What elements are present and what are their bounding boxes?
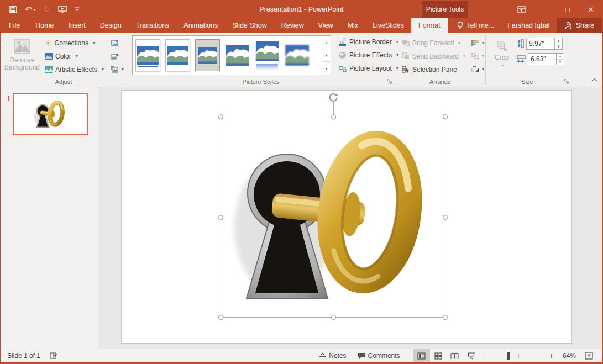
tab-mix[interactable]: Mix xyxy=(340,18,365,33)
tab-animations[interactable]: Animations xyxy=(176,18,225,33)
minimize-button[interactable]: — xyxy=(533,1,556,18)
artistic-effects-button[interactable]: Artistic Effects ▾ xyxy=(43,63,106,76)
comments-button[interactable]: Comments xyxy=(352,349,406,362)
picture-style-thumbnail-1[interactable] xyxy=(135,39,160,71)
tab-review[interactable]: Review xyxy=(274,18,311,33)
color-button[interactable]: Color ▾ xyxy=(43,50,106,62)
tell-me-label: Tell me... xyxy=(466,22,494,29)
tab-format[interactable]: Format xyxy=(411,18,448,33)
resize-handle-top-center[interactable] xyxy=(331,114,336,119)
tab-file[interactable]: File xyxy=(1,18,28,33)
picture-tools-context-header: Picture Tools xyxy=(422,1,468,18)
zoom-in-button[interactable]: + xyxy=(549,351,554,360)
align-dropdown-icon[interactable]: ▾ xyxy=(482,40,484,45)
title-bar: ↶▾ ↻ Presentation1 - PowerPoint Picture … xyxy=(1,1,602,18)
height-input[interactable] xyxy=(527,38,554,49)
tabrow-right-cluster: Tell me... Farshad Iqbal Share xyxy=(450,18,602,33)
picture-layout-icon xyxy=(338,65,347,72)
selection-pane-icon xyxy=(402,66,410,73)
send-backward-label: Send Backward xyxy=(412,52,459,60)
height-up-button[interactable]: ▲ xyxy=(555,38,562,44)
zoom-slider-handle[interactable] xyxy=(507,352,510,360)
width-up-button[interactable]: ▲ xyxy=(557,54,564,60)
picture-border-label: Picture Border xyxy=(349,38,392,46)
save-icon[interactable] xyxy=(9,6,17,13)
gallery-scroll-up-button[interactable]: ▲ xyxy=(322,36,331,49)
tab-transitions[interactable]: Transitions xyxy=(129,18,177,33)
slide-editing-canvas[interactable] xyxy=(98,87,602,349)
tab-view[interactable]: View xyxy=(311,18,340,33)
picture-styles-thumbs xyxy=(133,36,322,75)
tab-slide-show[interactable]: Slide Show xyxy=(225,18,274,33)
resize-handle-bottom-right[interactable] xyxy=(443,315,448,320)
tab-insert[interactable]: Insert xyxy=(61,18,93,33)
width-input[interactable] xyxy=(528,54,556,65)
selection-pane-button[interactable]: Selection Pane xyxy=(400,63,468,76)
tell-me-box[interactable]: Tell me... xyxy=(450,18,501,33)
picture-effects-button[interactable]: Picture Effects ▾ xyxy=(336,49,401,61)
picture-layout-button[interactable]: Picture Layout ▾ xyxy=(336,62,401,75)
slide-sorter-view-button[interactable] xyxy=(430,349,447,362)
customize-qat-dropdown[interactable] xyxy=(75,7,80,12)
collapse-ribbon-button[interactable] xyxy=(591,76,597,83)
close-button[interactable]: ✕ xyxy=(579,1,602,18)
resize-handle-middle-right[interactable] xyxy=(443,215,448,220)
slide-1-thumbnail[interactable] xyxy=(13,93,88,135)
send-backward-button: Send Backward ▾ xyxy=(400,50,468,62)
normal-view-button[interactable] xyxy=(413,349,430,362)
rotation-handle[interactable] xyxy=(328,92,339,103)
ribbon-display-options-button[interactable] xyxy=(510,1,533,18)
bring-forward-button: Bring Forward ▾ xyxy=(400,36,468,49)
zoom-out-button[interactable]: − xyxy=(483,351,487,360)
reset-picture-icon xyxy=(111,66,119,73)
undo-dropdown-icon[interactable]: ▾ xyxy=(34,7,36,12)
tab-home[interactable]: Home xyxy=(28,18,61,33)
resize-handle-bottom-left[interactable] xyxy=(218,315,223,320)
gallery-scroll-down-button[interactable]: ▼ xyxy=(322,49,331,62)
undo-button[interactable]: ↶▾ xyxy=(25,4,36,14)
picture-style-thumbnail-2[interactable] xyxy=(165,39,190,71)
align-objects-button[interactable]: ▾ xyxy=(470,36,485,49)
slide-counter[interactable]: Slide 1 of 1 xyxy=(7,352,40,360)
height-down-button[interactable]: ▼ xyxy=(555,44,562,50)
resize-handle-top-right[interactable] xyxy=(443,114,448,119)
compress-pictures-button[interactable] xyxy=(109,36,125,49)
change-picture-button[interactable] xyxy=(109,50,125,62)
chevron-up-icon xyxy=(591,78,597,82)
gallery-more-button[interactable]: ▼ xyxy=(322,62,331,75)
zoom-control: − + xyxy=(483,351,554,360)
picture-border-button[interactable]: Picture Border ▾ xyxy=(336,35,401,48)
picture-style-thumbnail-3-selected[interactable] xyxy=(195,39,220,71)
align-icon xyxy=(471,39,479,46)
resize-handle-bottom-center[interactable] xyxy=(331,315,336,320)
reset-picture-dropdown-icon[interactable]: ▾ xyxy=(122,67,124,72)
reading-view-button[interactable] xyxy=(447,349,463,362)
zoom-slider[interactable] xyxy=(492,352,545,360)
signed-in-user[interactable]: Farshad Iqbal xyxy=(501,18,556,33)
picture-style-thumbnail-4[interactable] xyxy=(225,39,250,71)
corrections-button[interactable]: ☀ Corrections ▾ xyxy=(43,36,106,49)
start-from-beginning-button[interactable] xyxy=(58,6,67,13)
share-button[interactable]: Share xyxy=(557,18,602,33)
picture-style-thumbnail-6[interactable] xyxy=(285,39,310,71)
spell-check-icon[interactable] xyxy=(49,352,58,360)
fit-slide-to-window-button[interactable] xyxy=(580,349,597,362)
picture-style-thumbnail-5[interactable] xyxy=(255,39,280,71)
width-row: ▲ ▼ xyxy=(517,52,564,66)
slide-thumbnail-panel: 1 xyxy=(1,87,98,349)
slide-1[interactable] xyxy=(121,90,572,344)
slide-show-view-button[interactable] xyxy=(463,349,480,362)
notes-button[interactable]: Notes xyxy=(313,349,352,362)
key-keyhole-picture[interactable] xyxy=(221,117,445,317)
rotate-dropdown-icon[interactable]: ▾ xyxy=(482,67,484,72)
resize-handle-middle-left[interactable] xyxy=(218,215,223,220)
maximize-button[interactable]: □ xyxy=(556,1,579,18)
width-down-button[interactable]: ▼ xyxy=(557,60,564,65)
zoom-percentage[interactable]: 64% xyxy=(557,352,576,360)
picture-selection-box[interactable] xyxy=(221,117,445,318)
resize-handle-top-left[interactable] xyxy=(218,114,223,119)
rotate-objects-button[interactable]: ▾ xyxy=(470,63,485,76)
tab-liveslides[interactable]: LiveSlides xyxy=(365,18,411,33)
tab-design[interactable]: Design xyxy=(93,18,129,33)
reset-picture-button[interactable]: ▾ xyxy=(109,63,125,76)
